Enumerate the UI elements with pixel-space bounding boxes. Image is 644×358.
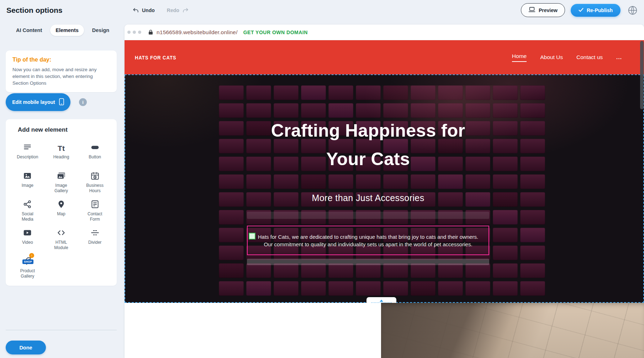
arrow-up-icon — [380, 300, 383, 302]
nav-more[interactable]: ... — [616, 54, 622, 60]
hero-paragraph-line: Hats for Cats, we are dedicated to craft… — [252, 233, 484, 241]
tab-elements[interactable]: Elements — [50, 25, 84, 36]
selected-hero-section[interactable]: Crafting Happiness for Your Cats More th… — [125, 74, 644, 303]
hero-text-block: Crafting Happiness for Your Cats More th… — [205, 74, 531, 204]
next-section[interactable] — [125, 303, 644, 358]
image-gallery-icon — [56, 170, 66, 180]
add-element-title: Add new element — [18, 126, 112, 133]
nav-about-us[interactable]: About Us — [540, 54, 563, 60]
undo-icon — [132, 7, 139, 13]
element-social-media[interactable]: Social Media — [11, 195, 44, 223]
window-dot — [138, 31, 141, 34]
undo-button[interactable]: Undo — [132, 7, 155, 13]
globe-icon — [627, 5, 638, 16]
element-label: Description — [17, 154, 38, 160]
add-element-panel: Add new element DescriptionTtHeadingButt… — [6, 119, 117, 286]
topbar-actions: Preview Re-Publish — [521, 0, 639, 20]
element-label: Image Gallery — [50, 183, 72, 193]
ghost-element-bar — [247, 259, 489, 265]
divider-icon — [90, 227, 100, 237]
ghost-element-bar — [247, 212, 489, 219]
redo-icon — [182, 7, 189, 13]
element-label: Contact Form — [84, 211, 106, 222]
shop-badge: SHOP — [22, 259, 33, 264]
element-business-hours[interactable]: Business Hours — [78, 166, 112, 195]
html-module-icon — [57, 227, 66, 237]
phone-icon — [59, 98, 64, 106]
mobile-layout-row: Edit mobile layout i — [6, 93, 87, 111]
edit-mobile-label: Edit mobile layout — [12, 99, 55, 105]
undo-label: Undo — [142, 7, 155, 13]
redo-label: Redo — [167, 7, 179, 13]
preview-button[interactable]: Preview — [521, 3, 565, 17]
element-button[interactable]: Button — [78, 138, 112, 166]
sidebar-tabs: AI ContentElementsDesign — [11, 25, 115, 36]
element-divider[interactable]: Divider — [78, 223, 112, 252]
element-label: Image — [22, 183, 33, 188]
republish-button[interactable]: Re-Publish — [571, 4, 621, 17]
hero-paragraph-line: Our commitment to quality and individual… — [252, 241, 484, 248]
window-dot — [127, 31, 131, 34]
browser-preview-window: n1566589.websitebuilder.online/ GET YOUR… — [125, 25, 644, 358]
element-label: Social Media — [16, 211, 38, 222]
product-gallery-icon: SHOP↑ — [23, 255, 32, 266]
browser-address-bar: n1566589.websitebuilder.online/ GET YOUR… — [125, 25, 644, 40]
scrollbar-thumb[interactable] — [640, 41, 644, 109]
site-header[interactable]: HATS FOR CATS HomeAbout UsContact us... — [125, 40, 644, 74]
element-image[interactable]: Image — [11, 166, 44, 195]
element-label: Video — [22, 240, 33, 245]
button-icon — [90, 141, 100, 152]
selected-paragraph-element[interactable]: Hats for Cats, we are dedicated to craft… — [247, 226, 489, 255]
element-label: Map — [57, 211, 65, 217]
contact-form-icon — [90, 198, 100, 209]
element-image-gallery[interactable]: Image Gallery — [44, 166, 78, 195]
history-controls: Undo Redo — [132, 0, 189, 20]
nav-home[interactable]: Home — [512, 53, 527, 62]
tip-of-the-day-card: Tip of the day: Now you can add, move an… — [6, 51, 117, 92]
video-icon — [23, 227, 32, 237]
element-product-gallery[interactable]: SHOP↑Product Gallery — [11, 252, 44, 280]
section-resize-handle[interactable] — [366, 297, 396, 303]
window-dot — [133, 31, 136, 34]
element-resize-handle[interactable] — [249, 233, 255, 239]
element-label: Heading — [53, 154, 69, 160]
element-description[interactable]: Description — [11, 138, 44, 166]
element-contact-form[interactable]: Contact Form — [78, 195, 112, 223]
topbar: Section options Undo Redo Preview Re-Pub… — [0, 0, 644, 20]
sidebar-divider — [6, 330, 117, 330]
preview-label: Preview — [539, 7, 558, 13]
element-label: Divider — [88, 240, 101, 245]
next-section-image[interactable] — [381, 303, 644, 358]
page-title: Section options — [6, 6, 63, 15]
site-viewport: HATS FOR CATS HomeAbout UsContact us... … — [125, 40, 644, 358]
done-button[interactable]: Done — [6, 341, 46, 354]
element-label: Product Gallery — [16, 268, 38, 279]
tab-ai-content[interactable]: AI Content — [11, 25, 47, 36]
upgrade-arrow-badge-icon: ↑ — [29, 253, 34, 258]
hero-title-line1: Crafting Happiness for — [205, 116, 531, 145]
get-your-own-domain-link[interactable]: GET YOUR OWN DOMAIN — [243, 30, 308, 35]
element-html-module[interactable]: HTML Module — [44, 223, 78, 252]
tip-body: Now you can add, move and resize any ele… — [12, 66, 110, 86]
description-icon — [23, 141, 32, 152]
element-label: Button — [89, 154, 101, 160]
nav-contact-us[interactable]: Contact us — [576, 54, 603, 60]
element-label: HTML Module — [50, 240, 72, 250]
element-map[interactable]: Map — [44, 195, 78, 223]
hero-title-line2: Your Cats — [205, 145, 531, 173]
info-icon[interactable]: i — [79, 98, 87, 106]
site-logo[interactable]: HATS FOR CATS — [135, 54, 176, 60]
element-video[interactable]: Video — [11, 223, 44, 252]
language-globe-button[interactable] — [626, 4, 639, 17]
site-url: n1566589.websitebuilder.online/ — [157, 29, 238, 36]
check-icon — [579, 7, 584, 13]
republish-label: Re-Publish — [587, 7, 613, 13]
hero-title[interactable]: Crafting Happiness for Your Cats — [205, 116, 531, 173]
element-heading[interactable]: TtHeading — [44, 138, 78, 166]
redo-button[interactable]: Redo — [167, 7, 189, 13]
hero-subtitle[interactable]: More than Just Accessories — [205, 192, 531, 204]
edit-mobile-layout-button[interactable]: Edit mobile layout — [6, 93, 70, 111]
business-hours-icon — [90, 170, 100, 180]
element-grid: DescriptionTtHeadingButtonImageImage Gal… — [11, 138, 112, 280]
tab-design[interactable]: Design — [87, 25, 115, 36]
